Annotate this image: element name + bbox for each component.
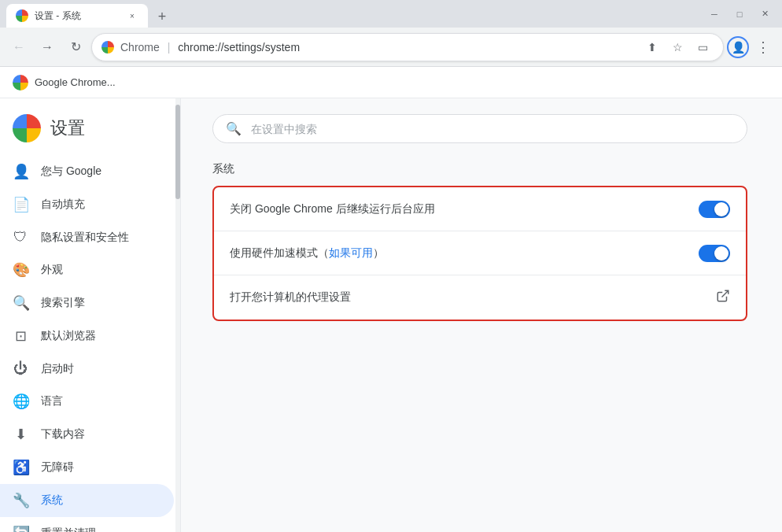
sidebar-item-autofill[interactable]: 📄 自动填充	[0, 188, 174, 221]
address-text: Chrome | chrome://settings/system	[120, 41, 635, 54]
right-icons: 👤 ⋮	[727, 35, 776, 60]
search-container: 🔍	[212, 114, 751, 143]
background-apps-toggle-slider	[699, 201, 730, 218]
sidebar-scrollbar-thumb[interactable]	[175, 105, 180, 199]
browser-icon: ⊡	[13, 327, 28, 345]
back-button[interactable]: ←	[6, 35, 31, 60]
hw-label-prefix: 使用硬件加速模式（	[230, 246, 329, 259]
background-apps-label: 关闭 Google Chrome 后继续运行后台应用	[230, 202, 699, 216]
sidebar-label-system: 系统	[41, 493, 63, 508]
sidebar-item-system[interactable]: 🔧 系统	[0, 484, 174, 517]
system-icon: 🔧	[13, 492, 28, 509]
new-tab-button[interactable]: +	[151, 6, 173, 28]
person-icon: 👤	[13, 163, 28, 180]
address-favicon	[101, 41, 114, 54]
settings-header: 设置	[0, 105, 180, 155]
navbar: ← → ↻ Chrome | chrome://settings/system …	[0, 28, 782, 67]
sidebar-scrollbar[interactable]	[175, 98, 180, 532]
hw-label-link[interactable]: 如果可用	[329, 246, 373, 259]
sidebar-label-downloads: 下载内容	[41, 427, 85, 441]
hardware-acceleration-label: 使用硬件加速模式（如果可用）	[230, 246, 699, 260]
svg-line-0	[722, 290, 729, 297]
system-settings-card: 关闭 Google Chrome 后继续运行后台应用 使用硬件加速模式（如果可用…	[212, 186, 747, 321]
sidebar-label-autofill: 自动填充	[41, 198, 85, 212]
sidebar-toggle-button[interactable]: ▭	[692, 36, 714, 58]
sidebar-item-google[interactable]: 👤 您与 Google	[0, 155, 174, 188]
settings-logo	[13, 114, 41, 142]
search-icon: 🔍	[13, 294, 28, 312]
shield-icon: 🛡	[13, 229, 28, 246]
tab-area: 设置 - 系统 × +	[6, 0, 697, 28]
main-content: 🔍 系统 关闭 Google Chrome 后继续运行后台应用 使用硬件加速模式…	[181, 98, 782, 532]
address-bar[interactable]: Chrome | chrome://settings/system ⬆ ☆ ▭	[91, 33, 724, 61]
palette-icon: 🎨	[13, 261, 28, 279]
forward-button[interactable]: →	[35, 35, 60, 60]
search-input[interactable]	[251, 123, 734, 135]
address-separator: |	[168, 41, 171, 54]
sidebar-item-startup[interactable]: ⏻ 启动时	[0, 353, 174, 385]
user-profile-button[interactable]: 👤	[727, 36, 749, 58]
tab-title: 设置 - 系统	[35, 9, 120, 23]
hardware-acceleration-toggle-slider	[699, 245, 730, 262]
sidebar-label-appearance: 外观	[41, 263, 63, 277]
tab-favicon	[16, 9, 28, 22]
autofill-icon: 📄	[13, 196, 28, 213]
sidebar-item-browser[interactable]: ⊡ 默认浏览器	[0, 320, 174, 353]
chrome-logo	[13, 75, 28, 91]
titlebar: 设置 - 系统 × + ─ □ ✕	[0, 0, 782, 28]
url-text: chrome://settings/system	[178, 41, 300, 54]
accessibility-icon: ♿	[13, 459, 28, 476]
address-action-icons: ⬆ ☆ ▭	[641, 36, 714, 58]
sidebar-label-accessibility: 无障碍	[41, 460, 74, 475]
sidebar-label-browser: 默认浏览器	[41, 329, 96, 343]
refresh-button[interactable]: ↻	[63, 35, 88, 60]
sidebar-label-privacy: 隐私设置和安全性	[41, 231, 129, 245]
maximize-button[interactable]: □	[729, 6, 751, 23]
sidebar: 设置 👤 您与 Google 📄 自动填充 🛡 隐私设置和安全性 🎨 外观 🔍 …	[0, 98, 181, 532]
section-title: 系统	[212, 162, 751, 176]
sidebar-label-reset: 重置并清理	[41, 526, 96, 532]
hardware-acceleration-row: 使用硬件加速模式（如果可用）	[214, 231, 746, 275]
language-icon: 🌐	[13, 393, 28, 410]
startup-icon: ⏻	[13, 360, 28, 377]
reset-icon: 🔄	[13, 525, 28, 532]
content-area: 设置 👤 您与 Google 📄 自动填充 🛡 隐私设置和安全性 🎨 外观 🔍 …	[0, 98, 782, 532]
background-apps-toggle[interactable]	[699, 201, 730, 218]
minimize-button[interactable]: ─	[703, 6, 725, 23]
sidebar-item-search[interactable]: 🔍 搜索引擎	[0, 286, 174, 320]
hw-label-suffix: ）	[373, 246, 384, 259]
sidebar-label-language: 语言	[41, 394, 63, 408]
hardware-acceleration-toggle[interactable]	[699, 245, 730, 262]
sidebar-label-google: 您与 Google	[41, 164, 101, 179]
settings-title: 设置	[50, 116, 85, 140]
proxy-settings-row: 打开您计算机的代理设置	[214, 275, 746, 320]
close-window-button[interactable]: ✕	[754, 6, 776, 23]
chrome-header-bar: Google Chrome...	[0, 67, 782, 98]
sidebar-item-privacy[interactable]: 🛡 隐私设置和安全性	[0, 221, 174, 253]
window-controls: ─ □ ✕	[703, 6, 776, 23]
bookmark-button[interactable]: ☆	[666, 36, 688, 58]
external-link-icon[interactable]	[716, 289, 730, 307]
chrome-header-text: Google Chrome...	[35, 76, 116, 88]
sidebar-item-language[interactable]: 🌐 语言	[0, 385, 174, 418]
share-button[interactable]: ⬆	[641, 36, 663, 58]
sidebar-label-startup: 启动时	[41, 362, 74, 376]
sidebar-item-appearance[interactable]: 🎨 外观	[0, 253, 174, 286]
search-box[interactable]: 🔍	[212, 114, 747, 143]
tab-close-button[interactable]: ×	[126, 9, 138, 22]
sidebar-label-search: 搜索引擎	[41, 296, 85, 310]
proxy-label: 打开您计算机的代理设置	[230, 290, 716, 305]
active-tab[interactable]: 设置 - 系统 ×	[6, 4, 148, 28]
chrome-menu-button[interactable]: ⋮	[751, 35, 776, 60]
download-icon: ⬇	[13, 426, 28, 443]
sidebar-item-downloads[interactable]: ⬇ 下载内容	[0, 418, 174, 451]
background-apps-row: 关闭 Google Chrome 后继续运行后台应用	[214, 187, 746, 231]
search-icon: 🔍	[226, 121, 242, 136]
chrome-label: Chrome	[120, 41, 160, 54]
sidebar-item-reset[interactable]: 🔄 重置并清理	[0, 517, 174, 532]
sidebar-item-accessibility[interactable]: ♿ 无障碍	[0, 451, 174, 484]
